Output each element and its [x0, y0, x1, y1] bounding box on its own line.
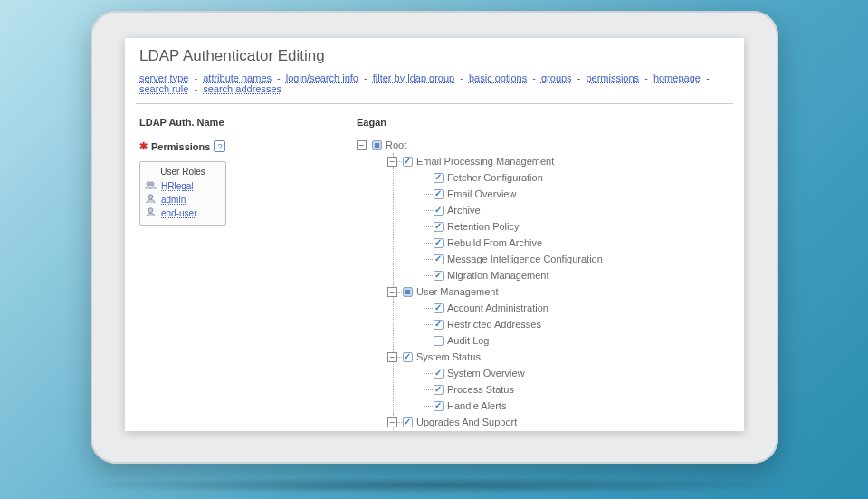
tab-login-search-info[interactable]: login/search info [286, 72, 358, 83]
tree-checkbox[interactable] [434, 222, 444, 232]
tree-checkbox[interactable] [434, 303, 444, 313]
tree-node-label: Root [386, 139, 406, 150]
svg-point-0 [147, 182, 150, 186]
tree-checkbox[interactable] [372, 140, 382, 150]
tab-separator: - [272, 72, 286, 83]
tree-toggle-icon[interactable]: − [387, 352, 397, 362]
role-link[interactable]: end-user [161, 208, 196, 218]
tab-filter-by-ldap-group[interactable]: filter by ldap group [373, 72, 455, 83]
tree-node[interactable]: Restricted Addresses [434, 316, 730, 332]
tab-separator: - [188, 83, 203, 94]
tree-node[interactable]: Migration Management [434, 267, 730, 283]
tree-node-label: Archive [447, 205, 481, 216]
tree-node-label: User Management [416, 286, 499, 297]
role-item: HRlegal [145, 179, 221, 193]
tree-checkbox[interactable] [434, 206, 444, 216]
user-roles-box: User Roles HRlegaladminend-user [139, 161, 226, 226]
user-icon [145, 194, 157, 206]
tab-search-addresses[interactable]: search addresses [203, 83, 281, 94]
tree-node[interactable]: Support And Subscription [434, 430, 730, 431]
tree-node-label: Restricted Addresses [447, 319, 541, 330]
tab-attribute-names[interactable]: attribute names [203, 72, 272, 83]
tree-node[interactable]: Archive [434, 202, 730, 218]
tree-node[interactable]: Audit Log [434, 332, 730, 349]
device-frame: LDAP Authenticator Editing server type -… [91, 11, 778, 464]
tree-node[interactable]: −User Management [403, 283, 730, 300]
tree-node[interactable]: Handle Alerts [434, 398, 730, 414]
help-icon[interactable]: ? [214, 140, 225, 152]
device-shadow [63, 477, 805, 494]
tree-node-label: Message Intelligence Configuration [447, 254, 603, 264]
tab-separator: - [358, 72, 373, 83]
svg-point-3 [148, 208, 153, 213]
tree-checkbox[interactable] [434, 369, 444, 379]
role-link[interactable]: admin [161, 195, 186, 205]
tree-node-label: Migration Management [447, 270, 549, 281]
tab-groups[interactable]: groups [541, 72, 572, 83]
tree-node-label: Audit Log [447, 335, 489, 346]
tree-checkbox[interactable] [434, 385, 444, 395]
tree-toggle-icon[interactable]: − [387, 417, 397, 427]
tree-toggle-icon[interactable]: − [387, 287, 397, 297]
tree-checkbox[interactable] [434, 320, 444, 330]
permissions-field: ✱ Permissions ? [139, 140, 339, 152]
tree-checkbox[interactable] [434, 189, 444, 199]
tree-node[interactable]: Account Administration [434, 300, 730, 316]
tree-checkbox[interactable] [434, 238, 444, 248]
tab-separator: - [527, 72, 541, 83]
tree-node[interactable]: −Root [372, 137, 730, 153]
tree-node[interactable]: Email Overview [434, 186, 730, 202]
content-area: LDAP Auth. Name ✱ Permissions ? User Rol… [125, 104, 744, 431]
ldap-auth-name-label: LDAP Auth. Name [139, 117, 339, 128]
tree-node-label: Email Overview [447, 188, 516, 199]
tree-node[interactable]: Message Intelligence Configuration [434, 251, 730, 267]
tab-separator: - [572, 72, 587, 83]
tree-node[interactable]: Rebuild From Archive [434, 235, 730, 251]
tree-toggle-icon[interactable]: − [387, 157, 397, 167]
tree-node-label: Handle Alerts [447, 400, 506, 411]
user-icon [145, 207, 157, 219]
tree-checkbox[interactable] [403, 352, 413, 362]
tab-separator: - [454, 72, 469, 83]
tree-node[interactable]: Fetcher Configuration [434, 169, 730, 186]
tree-node[interactable]: −Email Processing Management [403, 153, 730, 169]
group-icon [145, 180, 157, 192]
svg-point-2 [148, 195, 153, 199]
tree-node[interactable]: −System Status [403, 349, 730, 365]
tab-permissions[interactable]: permissions [586, 72, 639, 83]
tab-server-type[interactable]: server type [139, 72, 188, 83]
tree-node[interactable]: −Upgrades And Support [403, 414, 730, 430]
tree-checkbox[interactable] [434, 173, 444, 183]
page-title: LDAP Authenticator Editing [125, 38, 744, 72]
tree-node[interactable]: System Overview [434, 365, 730, 381]
tree-node-label: Process Status [447, 384, 514, 395]
tab-separator: - [701, 72, 712, 83]
tree-toggle-icon[interactable]: − [357, 140, 367, 150]
tab-separator: - [188, 72, 203, 83]
tree-node[interactable]: Retention Policy [434, 218, 730, 235]
permissions-label: Permissions [151, 141, 210, 152]
tab-search-rule[interactable]: search rule [139, 83, 188, 94]
tree-checkbox[interactable] [434, 336, 444, 346]
tab-basic-options[interactable]: basic options [469, 72, 527, 83]
left-column: LDAP Auth. Name ✱ Permissions ? User Rol… [139, 117, 339, 431]
tree-node[interactable]: Process Status [434, 381, 730, 398]
tree-node-label: Account Administration [447, 302, 548, 313]
tree-checkbox[interactable] [434, 254, 444, 264]
tree-checkbox[interactable] [403, 287, 413, 297]
role-item: admin [145, 193, 221, 206]
tree-checkbox[interactable] [434, 401, 444, 411]
tree-node-label: Email Processing Management [416, 156, 554, 167]
tab-separator: - [639, 72, 653, 83]
svg-point-1 [150, 182, 154, 186]
app-screen: LDAP Authenticator Editing server type -… [125, 38, 744, 431]
tree-checkbox[interactable] [403, 157, 413, 167]
tree-checkbox[interactable] [434, 271, 444, 281]
right-column: Eagan −Root−Email Processing ManagementF… [339, 117, 730, 431]
role-item: end-user [145, 206, 221, 220]
tree-checkbox[interactable] [403, 417, 413, 427]
role-link[interactable]: HRlegal [161, 181, 194, 191]
tree-node-label: System Status [416, 351, 481, 362]
permissions-tree: −Root−Email Processing ManagementFetcher… [357, 137, 730, 431]
tab-homepage[interactable]: homepage [653, 72, 701, 83]
